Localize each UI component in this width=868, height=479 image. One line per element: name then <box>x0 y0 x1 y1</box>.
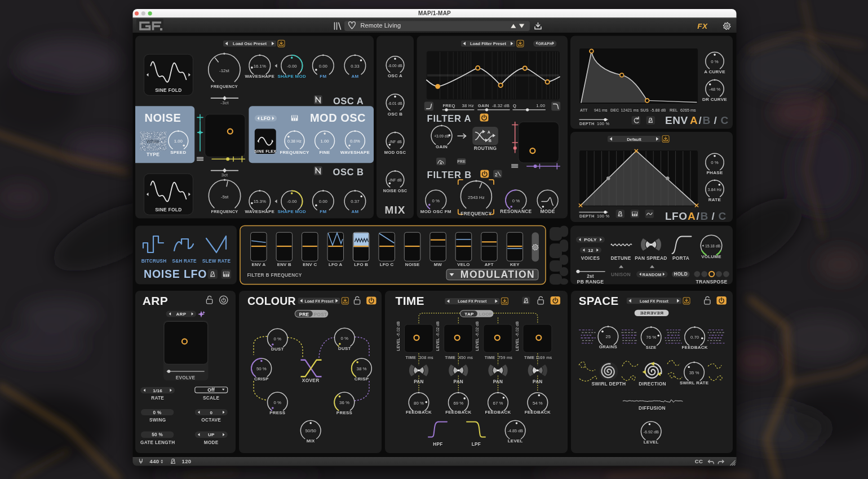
svg-text:6265 ms: 6265 ms <box>680 108 696 113</box>
svg-text:EVOLVE: EVOLVE <box>176 375 196 380</box>
svg-text:FEEDBACK: FEEDBACK <box>525 410 551 415</box>
svg-text:-INF dB: -INF dB <box>388 178 402 182</box>
svg-text:AM: AM <box>351 74 358 79</box>
svg-text:/: / <box>699 114 702 126</box>
svg-text:A: A <box>488 130 491 135</box>
svg-text:HOLD: HOLD <box>674 272 687 277</box>
svg-text:MIX: MIX <box>307 438 315 443</box>
svg-text:0 %: 0 % <box>711 160 719 165</box>
svg-text:MAP/1-MAP: MAP/1-MAP <box>418 10 451 16</box>
svg-text:VELO: VELO <box>457 262 470 267</box>
svg-text:ENV B: ENV B <box>277 262 291 267</box>
svg-text:A: A <box>440 161 442 165</box>
svg-text:ARP: ARP <box>143 294 168 307</box>
svg-text:SIZE: SIZE <box>646 345 657 350</box>
svg-text:FX: FX <box>697 22 708 30</box>
svg-text:LEVEL: LEVEL <box>508 438 523 443</box>
svg-text:-5.88 dB: -5.88 dB <box>650 108 666 113</box>
svg-text:0.00: 0.00 <box>319 199 328 204</box>
svg-text:CC: CC <box>695 458 703 464</box>
svg-text:CRISP: CRISP <box>355 376 369 382</box>
svg-text:450 ms: 450 ms <box>459 355 473 360</box>
svg-text:50 %: 50 % <box>152 432 163 437</box>
svg-text:LFO C: LFO C <box>380 262 394 267</box>
svg-text:76 %: 76 % <box>646 335 656 340</box>
svg-text:TYPE: TYPE <box>147 152 160 157</box>
svg-text:A CURVE: A CURVE <box>704 69 725 74</box>
svg-text:PAN: PAN <box>533 379 543 384</box>
svg-text:VOLUME: VOLUME <box>701 254 721 259</box>
svg-text:0 %: 0 % <box>512 198 520 203</box>
svg-text:-3ct: -3ct <box>220 100 229 105</box>
svg-text:MODE: MODE <box>540 209 555 214</box>
svg-text:Load Filter Preset: Load Filter Preset <box>470 41 507 46</box>
svg-text:LOOP: LOOP <box>479 312 493 317</box>
svg-text:CRISP: CRISP <box>254 376 269 382</box>
svg-text:S&H RATE: S&H RATE <box>172 259 197 264</box>
svg-text:UP: UP <box>208 432 215 437</box>
svg-text:MOD OSC: MOD OSC <box>310 112 366 124</box>
svg-text:PAN SPREAD: PAN SPREAD <box>635 255 667 261</box>
svg-text:FILTER B FREQUENCY: FILTER B FREQUENCY <box>247 272 302 278</box>
svg-text:/: / <box>697 210 700 222</box>
svg-text:15.3%: 15.3% <box>254 199 266 204</box>
svg-text:2: 2 <box>495 172 498 178</box>
svg-text:PORTA: PORTA <box>672 255 689 261</box>
svg-text:1.00: 1.00 <box>321 139 330 144</box>
svg-text:OSC B: OSC B <box>388 112 403 117</box>
svg-text:PRESS: PRESS <box>269 410 285 415</box>
svg-text:DIFFUSION: DIFFUSION <box>639 405 666 411</box>
svg-text:-8.32 dB: -8.32 dB <box>492 103 510 108</box>
svg-text:ARP: ARP <box>176 312 187 317</box>
svg-text:FEEDBACK: FEEDBACK <box>485 410 511 415</box>
svg-text:HPF: HPF <box>433 442 442 447</box>
svg-text:White: White <box>147 139 160 144</box>
svg-text:TIME: TIME <box>406 355 417 360</box>
svg-text:-48 %: -48 % <box>709 87 720 92</box>
svg-text:Load FX Preset: Load FX Preset <box>640 299 669 303</box>
svg-text:0: 0 <box>210 410 212 415</box>
svg-text:RESONANCE: RESONANCE <box>500 209 532 214</box>
svg-text:308 ms: 308 ms <box>419 355 433 360</box>
svg-text:AFT: AFT <box>485 262 494 267</box>
svg-text:-12st: -12st <box>219 68 230 73</box>
svg-text:LPF: LPF <box>472 442 481 447</box>
svg-text:GRAINS: GRAINS <box>599 344 618 349</box>
svg-text:LFO: LFO <box>665 210 688 222</box>
svg-text:LEVEL -6.02 dB: LEVEL -6.02 dB <box>396 321 400 351</box>
svg-text:Load Osc Preset: Load Osc Preset <box>233 41 267 46</box>
svg-text:36 %: 36 % <box>339 400 349 405</box>
svg-text:LEVEL: LEVEL <box>644 440 659 445</box>
svg-text:941 ms: 941 ms <box>594 108 608 113</box>
svg-text:DUST: DUST <box>338 346 351 351</box>
svg-text:16.1%: 16.1% <box>254 64 266 69</box>
svg-text:VOICES: VOICES <box>581 255 600 261</box>
svg-text:SHAPE MOD: SHAPE MOD <box>277 74 306 79</box>
svg-text:759 ms: 759 ms <box>498 355 512 360</box>
svg-text:FREQUENCY: FREQUENCY <box>280 150 309 155</box>
svg-text:Default: Default <box>627 137 641 142</box>
svg-text:RATE: RATE <box>151 396 164 401</box>
svg-text:Load FX Preset: Load FX Preset <box>458 299 487 303</box>
svg-text:OSC B: OSC B <box>333 167 364 177</box>
svg-text:GRAPH: GRAPH <box>538 42 552 46</box>
svg-text:POLY: POLY <box>584 237 597 242</box>
svg-text:TIME: TIME <box>396 294 424 307</box>
svg-text:0 %: 0 % <box>341 336 349 341</box>
svg-text:SPEED: SPEED <box>170 150 186 155</box>
svg-text:SHAPE MOD: SHAPE MOD <box>277 209 306 214</box>
svg-text:FEEDBACK: FEEDBACK <box>681 345 707 350</box>
svg-text:3ct: 3ct <box>222 172 228 178</box>
svg-text:12: 12 <box>588 248 594 253</box>
svg-text:DEPTH: DEPTH <box>579 214 595 219</box>
svg-text:REVERSE: REVERSE <box>640 311 663 316</box>
svg-text:MOD OSC: MOD OSC <box>384 150 406 155</box>
svg-text:38 Hz: 38 Hz <box>462 103 473 108</box>
svg-text:WAVESHAPE: WAVESHAPE <box>245 209 275 214</box>
svg-text:12421 ms: 12421 ms <box>621 108 639 113</box>
svg-text:MOD OSC FM: MOD OSC FM <box>420 209 451 214</box>
svg-text:-0.00: -0.00 <box>287 199 297 204</box>
svg-text:B: B <box>701 210 708 222</box>
svg-text:C: C <box>721 114 729 126</box>
svg-text:0 %: 0 % <box>711 59 719 64</box>
